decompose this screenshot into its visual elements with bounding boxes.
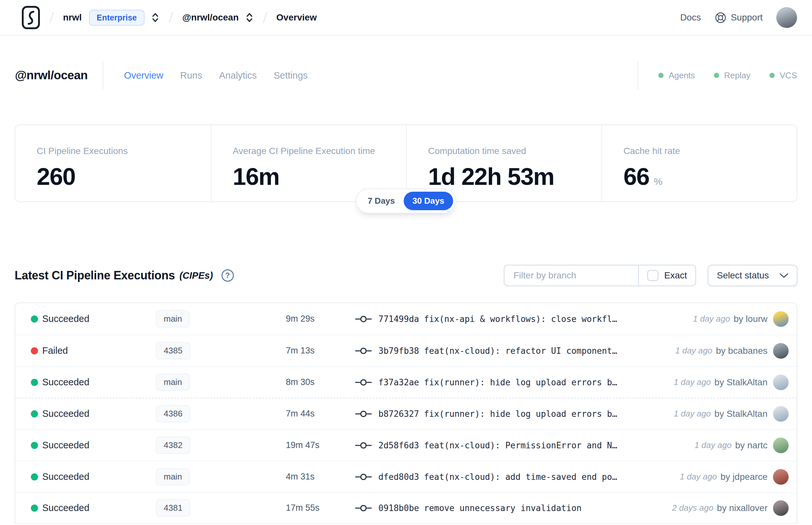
table-row[interactable]: Succeeded main 4m 31s dfed80d3 feat(nx-c… (15, 461, 797, 492)
cipe-status: Succeeded (42, 440, 89, 451)
author-avatar (773, 375, 788, 390)
commit-hash: dfed80d3 (378, 472, 419, 482)
help-icon[interactable]: ? (221, 269, 234, 282)
breadcrumb-separator (169, 12, 173, 24)
branch-badge[interactable]: main (156, 374, 190, 391)
date-range-toggle: 7 Days 30 Days (356, 189, 456, 213)
branch-badge[interactable]: main (156, 310, 190, 328)
status-agents[interactable]: Agents (658, 71, 695, 80)
commit-hash: 2d58f6d3 (378, 440, 419, 450)
branch-badge[interactable]: 4386 (156, 405, 190, 422)
git-commit-icon (355, 347, 372, 355)
cipe-timestamp: 1 day ago (675, 346, 712, 356)
range-30-days[interactable]: 30 Days (404, 192, 453, 210)
exact-match-toggle[interactable]: Exact (638, 266, 695, 286)
tab-settings[interactable]: Settings (274, 70, 308, 81)
stat-value: 16m (233, 163, 280, 190)
divider (638, 61, 638, 90)
branch-badge[interactable]: 4385 (156, 342, 190, 359)
cipe-timestamp: 1 day ago (674, 377, 711, 387)
cipe-table: Succeeded main 9m 29s 771499da fix(nx-ap… (15, 302, 797, 524)
cipe-duration: 8m 30s (286, 377, 355, 387)
cipe-duration: 17m 55s (286, 503, 355, 513)
range-7-days[interactable]: 7 Days (359, 192, 404, 210)
section-title: Latest CI Pipeline Executions (15, 269, 175, 282)
cipe-author: by nartc (735, 440, 767, 451)
cipe-duration: 7m 13s (286, 346, 355, 356)
user-avatar[interactable] (776, 7, 797, 28)
stat-label: Cache hit rate (624, 146, 791, 156)
breadcrumb-org[interactable]: nrwl (63, 12, 82, 23)
breadcrumb-workspace[interactable]: @nrwl/ocean (182, 12, 239, 23)
stat-value: 260 (37, 163, 75, 190)
commit-hash: f37a32ae (378, 377, 419, 387)
cipe-status: Succeeded (42, 471, 89, 482)
status-replay[interactable]: Replay (714, 71, 751, 80)
commit-hash: 771499da (378, 314, 419, 324)
cipe-status: Failed (42, 345, 68, 356)
cipe-author: by nixallover (717, 503, 767, 513)
table-row[interactable]: Succeeded main 8m 30s f37a32ae fix(runne… (15, 366, 797, 397)
status-dot (31, 473, 38, 480)
org-switcher-icon[interactable] (151, 12, 159, 24)
exact-checkbox[interactable] (647, 270, 658, 281)
author-avatar (773, 343, 788, 359)
cipe-status: Succeeded (42, 502, 89, 513)
support-link[interactable]: Support (715, 12, 763, 24)
status-vcs[interactable]: VCS (769, 71, 797, 80)
integration-statuses: Agents Replay VCS (638, 61, 797, 90)
author-avatar (773, 311, 788, 327)
breadcrumb-page: Overview (276, 12, 317, 23)
nx-cloud-logo-icon (21, 5, 40, 30)
stat-unit: % (654, 176, 663, 187)
table-row[interactable]: Failed 4385 7m 13s 3b79fb38 feat(nx-clou… (15, 335, 797, 366)
cipe-author: by StalkAltan (715, 377, 767, 388)
git-commit-icon (355, 378, 372, 387)
status-dot-green (714, 73, 719, 78)
status-dot (31, 379, 38, 386)
commit-hash: b8726327 (378, 409, 419, 419)
commit-hash: 3b79fb38 (378, 346, 419, 356)
tab-analytics[interactable]: Analytics (219, 70, 257, 81)
workspace-title: @nrwl/ocean (15, 69, 88, 82)
commit-message: feat(nx-cloud): PermissionError and N… (424, 440, 617, 450)
git-commit-icon (355, 473, 372, 481)
cipe-duration: 4m 31s (286, 472, 355, 482)
status-dot (31, 315, 38, 322)
cipe-author: by jdpearce (720, 472, 767, 482)
cipe-status: Succeeded (42, 408, 89, 419)
stat-label: Average CI Pipeline Execution time (233, 146, 400, 156)
git-commit-icon (355, 315, 372, 323)
docs-link[interactable]: Docs (680, 12, 701, 23)
nx-cloud-logo[interactable] (21, 5, 40, 30)
commit-message: feat(nx-cloud): refactor UI component… (424, 346, 617, 356)
plan-badge: Enterprise (89, 10, 145, 26)
commit-hash: 0918b0be (378, 503, 419, 513)
nav-actions: Docs Support (680, 7, 797, 28)
tab-overview[interactable]: Overview (124, 70, 163, 81)
table-row[interactable]: Succeeded 4381 17m 55s 0918b0be remove u… (15, 492, 797, 524)
branch-badge[interactable]: 4382 (156, 437, 190, 454)
status-select[interactable]: Select status (708, 265, 797, 286)
table-row[interactable]: Succeeded 4382 19m 47s 2d58f6d3 feat(nx-… (15, 429, 797, 461)
status-dot (31, 505, 38, 512)
branch-badge[interactable]: 4381 (156, 499, 190, 516)
author-avatar (773, 500, 788, 516)
exact-label: Exact (664, 270, 687, 281)
cipe-status: Succeeded (42, 377, 89, 388)
workspace-tabs: Overview Runs Analytics Settings (124, 70, 308, 81)
tab-runs[interactable]: Runs (180, 70, 202, 81)
branch-badge[interactable]: main (156, 468, 190, 485)
divider (103, 61, 103, 90)
cipe-timestamp: 1 day ago (680, 472, 717, 482)
cipe-timestamp: 2 days ago (672, 503, 713, 513)
chevron-down-icon (780, 273, 788, 279)
table-row[interactable]: Succeeded 4386 7m 44s b8726327 fix(runne… (15, 397, 797, 429)
support-label: Support (731, 12, 763, 23)
branch-filter-input[interactable] (504, 266, 638, 286)
table-row[interactable]: Succeeded main 9m 29s 771499da fix(nx-ap… (15, 303, 797, 335)
status-vcs-label: VCS (780, 71, 797, 80)
breadcrumb: nrwl Enterprise @nrwl/ocean Overview (21, 5, 317, 30)
workspace-switcher-icon[interactable] (245, 12, 254, 24)
top-nav: nrwl Enterprise @nrwl/ocean Overview Doc… (0, 0, 812, 36)
